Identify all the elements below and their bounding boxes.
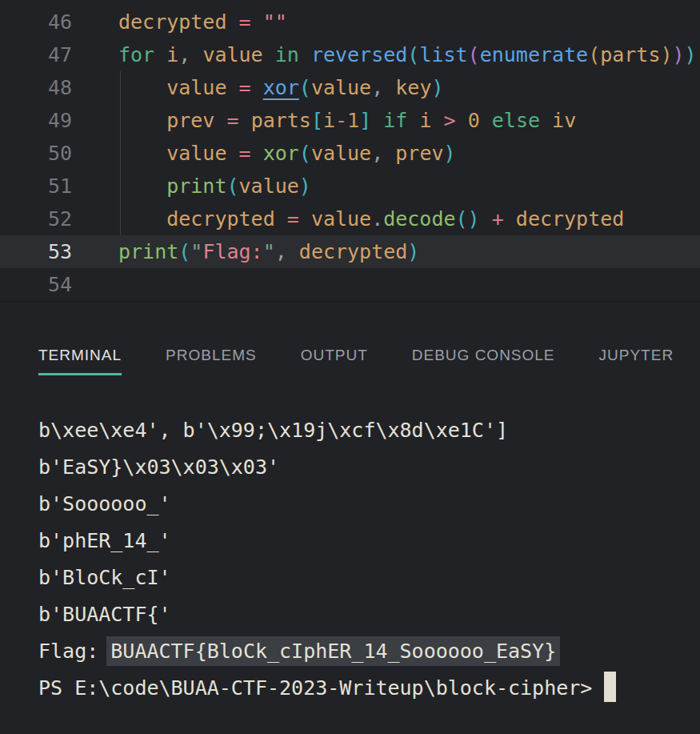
terminal-text: b\xee\xe4', b'\x99;\x19j\xcf\x8d\xe1C'] [38, 419, 508, 442]
bottom-panel: TERMINALPROBLEMSOUTPUTDEBUG CONSOLEJUPYT… [0, 301, 700, 707]
terminal-line: b\xee\xe4', b'\x99;\x19j\xcf\x8d\xe1C'] [38, 412, 700, 449]
code-token [540, 109, 552, 132]
code-token: prev [395, 142, 443, 165]
code-line-49[interactable]: 49 prev = parts[i-1] if i > 0 else iv [0, 104, 700, 137]
code-token: print [118, 240, 178, 263]
terminal-text: b'phER_14_' [38, 529, 171, 552]
code-token: ( [588, 43, 600, 66]
code-text: for i, value in reversed(list(enumerate(… [72, 38, 697, 71]
code-token: decode [383, 207, 455, 231]
terminal-text: Flag: [38, 640, 110, 663]
code-token: xor [263, 142, 299, 165]
code-token: if [383, 109, 407, 132]
code-token [383, 76, 395, 99]
code-token: ( [468, 43, 480, 66]
terminal-text: b'BUAACTF{' [38, 603, 171, 626]
code-token: = [239, 76, 251, 99]
code-line-46[interactable]: 46decrypted = "" [0, 6, 700, 38]
terminal-line: Flag: BUAACTF{BloCk_cIphER_14_Soooooo_Ea… [38, 633, 700, 670]
code-token: ) [468, 207, 480, 231]
code-text: value = xor(value, prev) [72, 137, 456, 170]
code-token: ) [407, 240, 419, 263]
code-line-53[interactable]: 53print("Flag:", decrypted) [0, 235, 700, 268]
code-token: i [419, 109, 431, 132]
code-token: = [239, 142, 251, 165]
code-token [383, 142, 395, 165]
code-token: decrypted [118, 10, 226, 34]
code-editor[interactable]: 46decrypted = ""47for i, value in revers… [0, 0, 700, 301]
code-token [480, 109, 492, 132]
code-token: = [239, 10, 251, 34]
code-token [226, 142, 238, 165]
line-number: 53 [0, 235, 72, 268]
code-token: ) [444, 142, 456, 165]
code-token: ) [685, 43, 697, 66]
flag-selection: BUAACTF{BloCk_cIphER_14_Soooooo_EaSY} [106, 636, 560, 666]
code-token [118, 109, 166, 132]
terminal-text: PS E:\code\BUAA-CTF-2023-Writeup\block-c… [38, 676, 604, 700]
code-line-47[interactable]: 47for i, value in reversed(list(enumerat… [0, 38, 700, 71]
code-line-50[interactable]: 50 value = xor(value, prev) [0, 137, 700, 170]
code-token [275, 207, 287, 231]
code-token: in [275, 43, 299, 66]
code-token: value [166, 76, 226, 99]
line-number: 52 [0, 203, 72, 235]
code-line-54[interactable]: 54 [0, 268, 700, 301]
symbol-link-xor[interactable]: xor [263, 76, 299, 99]
code-token: , [371, 76, 383, 99]
code-line-48[interactable]: 48 value = xor(value, key) [0, 71, 700, 104]
code-token: enumerate [480, 43, 588, 66]
code-token [299, 207, 311, 231]
code-token: + [492, 207, 504, 231]
code-token [118, 76, 166, 99]
code-token: else [492, 109, 540, 132]
code-line-52[interactable]: 52 decrypted = value.decode() + decrypte… [0, 203, 700, 235]
code-token [251, 10, 263, 34]
line-number: 48 [0, 71, 72, 104]
code-token: > [444, 109, 456, 132]
code-token [226, 10, 238, 34]
tab-debug-console[interactable]: DEBUG CONSOLE [412, 347, 555, 375]
code-token: i [166, 43, 178, 66]
terminal-line: PS E:\code\BUAA-CTF-2023-Writeup\block-c… [38, 670, 700, 707]
code-token: value [202, 43, 262, 66]
terminal-line: b'BloCk_cI' [38, 560, 700, 596]
code-token [214, 109, 226, 132]
code-token: ( [299, 142, 311, 165]
code-text: decrypted = "" [72, 6, 287, 38]
code-line-51[interactable]: 51 print(value) [0, 170, 700, 203]
tab-output[interactable]: OUTPUT [301, 347, 368, 375]
code-token [239, 109, 251, 132]
code-token: " [190, 240, 202, 263]
line-number: 54 [0, 268, 72, 301]
code-token: ( [299, 76, 311, 99]
terminal-output[interactable]: b\xee\xe4', b'\x99;\x19j\xcf\x8d\xe1C']b… [0, 375, 700, 707]
code-token: = [287, 207, 299, 231]
tab-problems[interactable]: PROBLEMS [166, 347, 257, 375]
code-token: , [275, 240, 287, 263]
code-text [72, 268, 118, 301]
code-token: " [263, 240, 275, 263]
line-number: 49 [0, 104, 72, 137]
code-token [299, 43, 311, 66]
code-token: value [311, 142, 371, 165]
code-token: "" [263, 10, 287, 34]
code-token [118, 142, 166, 165]
code-token: value [311, 207, 371, 231]
code-token: ( [407, 43, 419, 66]
code-token: key [395, 76, 431, 99]
code-token: Flag: [202, 240, 262, 263]
code-token: ( [456, 207, 468, 231]
line-number: 50 [0, 137, 72, 170]
code-token [226, 76, 238, 99]
code-token: print [166, 174, 226, 198]
code-token: parts [251, 109, 311, 132]
indent-guide [120, 137, 121, 170]
tab-terminal[interactable]: TERMINAL [38, 347, 122, 375]
code-token [287, 240, 299, 263]
vscode-window: 46decrypted = ""47for i, value in revers… [0, 0, 700, 734]
code-token [432, 109, 444, 132]
code-token: ( [178, 240, 190, 263]
tab-jupyter[interactable]: JUPYTER [599, 347, 674, 375]
indent-guide [120, 71, 121, 104]
